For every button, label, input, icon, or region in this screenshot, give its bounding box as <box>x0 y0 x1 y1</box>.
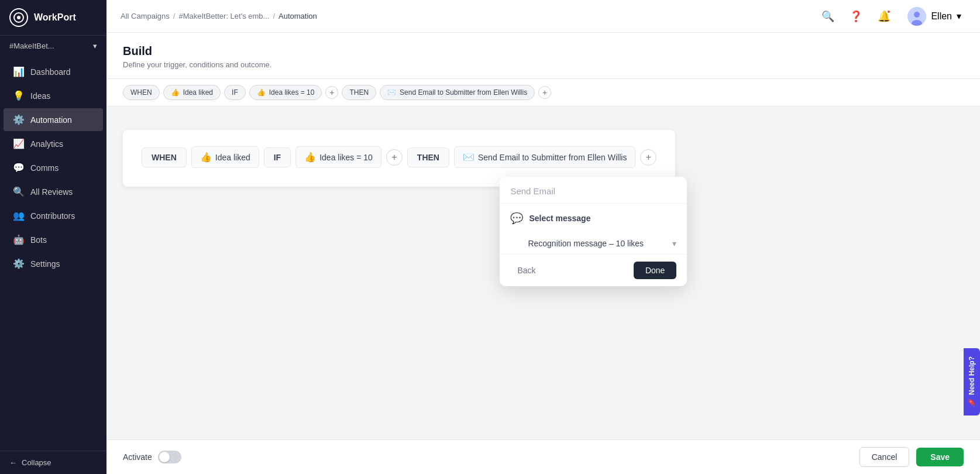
step-if-action[interactable]: 👍 Idea likes = 10 <box>249 85 322 100</box>
sidebar: WorkPort #MakeItBet... ▾ 📊 Dashboard 💡 I… <box>0 0 106 474</box>
step-when-action[interactable]: 👍 Idea liked <box>163 85 221 100</box>
collapse-label: Collapse <box>22 458 51 467</box>
email-icon-flow: ✉️ <box>463 152 474 163</box>
step-when-action-label: Idea liked <box>183 88 213 97</box>
svg-point-1 <box>17 16 20 19</box>
flow-when-badge: WHEN <box>142 147 187 167</box>
cancel-button[interactable]: Cancel <box>859 447 910 467</box>
avatar <box>907 7 926 26</box>
need-help-label: Need Help? <box>968 356 976 395</box>
sidebar-item-label: Ideas <box>30 91 50 101</box>
message-icon: 💬 <box>510 212 523 225</box>
comms-icon: 💬 <box>13 162 25 173</box>
logo-text: WorkPort <box>34 12 76 23</box>
activate-label: Activate <box>123 452 152 462</box>
page-title: Build <box>123 44 964 58</box>
logo-icon <box>9 8 28 27</box>
step-then-action-label: Send Email to Submitter from Ellen Willi… <box>400 88 527 97</box>
step-if-label: IF <box>232 88 238 97</box>
message-option-chevron-icon: ▾ <box>672 239 676 248</box>
thumb-icon: 👍 <box>171 88 180 97</box>
dropdown-header: Send Email <box>500 177 687 204</box>
user-chevron-icon: ▾ <box>957 11 961 22</box>
activate-row: Activate <box>123 451 181 463</box>
user-menu[interactable]: Ellen ▾ <box>903 5 966 28</box>
email-icon: ✉️ <box>387 88 396 97</box>
ideas-icon: 💡 <box>13 90 25 101</box>
select-message-label: Select message <box>529 214 590 223</box>
collapse-icon: ← <box>9 458 17 467</box>
dropdown-message-option[interactable]: Recognition message – 10 likes ▾ <box>500 233 687 254</box>
message-option-label: Recognition message – 10 likes <box>528 239 644 248</box>
sidebar-item-allreviews[interactable]: 🔍 All Reviews <box>4 180 103 203</box>
step-if-badge: IF <box>224 85 246 100</box>
main-area: All Campaigns / #MakeItBetter: Let's emb… <box>106 0 980 474</box>
dropdown-select-message-row: 💬 Select message <box>500 204 687 233</box>
message-option-row[interactable]: Recognition message – 10 likes ▾ <box>528 239 676 248</box>
chevron-down-icon: ▾ <box>93 42 97 50</box>
content-header: Build Define your trigger, conditions an… <box>106 33 980 79</box>
flow-send-email-label: Send Email to Submitter from Ellen Willi… <box>478 153 627 162</box>
add-condition-button[interactable]: + <box>325 86 338 99</box>
flow-then-label: THEN <box>417 153 439 162</box>
flow-idea-likes-label: Idea likes = 10 <box>319 153 373 162</box>
user-name: Ellen <box>931 11 952 22</box>
topbar: All Campaigns / #MakeItBetter: Let's emb… <box>106 0 980 33</box>
sidebar-item-analytics[interactable]: 📈 Analytics <box>4 132 103 155</box>
search-button[interactable]: 🔍 <box>819 7 837 26</box>
flow-if-item[interactable]: 👍 Idea likes = 10 <box>295 146 381 168</box>
activate-toggle[interactable] <box>158 451 181 463</box>
flow-when-label: WHEN <box>152 153 177 162</box>
sidebar-item-bots[interactable]: 🤖 Bots <box>4 228 103 251</box>
flow-row: WHEN 👍 Idea liked IF 👍 Idea likes = <box>142 146 656 168</box>
flow-then-item[interactable]: ✉️ Send Email to Submitter from Ellen Wi… <box>454 146 635 168</box>
breadcrumb-campaign[interactable]: #MakeItBetter: Let's emb... <box>178 12 269 20</box>
bots-icon: 🤖 <box>13 234 25 245</box>
sidebar-item-settings[interactable]: ⚙️ Settings <box>4 252 103 275</box>
collapse-button[interactable]: ← Collapse <box>9 458 97 467</box>
sidebar-item-dashboard[interactable]: 📊 Dashboard <box>4 60 103 83</box>
sidebar-item-ideas[interactable]: 💡 Ideas <box>4 84 103 107</box>
contributors-icon: 👥 <box>13 210 25 221</box>
sidebar-item-label: Settings <box>30 259 60 269</box>
sidebar-item-label: Bots <box>30 235 47 245</box>
thumb-icon-flow-2: 👍 <box>304 152 316 163</box>
flow-idea-liked-label: Idea liked <box>215 153 250 162</box>
dropdown-footer: Back Done <box>500 254 687 286</box>
sidebar-item-label: Analytics <box>30 139 63 149</box>
flow-when-item[interactable]: 👍 Idea liked <box>191 146 259 168</box>
svg-point-3 <box>914 12 920 18</box>
campaign-selector[interactable]: #MakeItBet... ▾ <box>0 36 106 56</box>
sidebar-item-label: Contributors <box>30 211 75 221</box>
sidebar-item-label: Dashboard <box>30 67 71 77</box>
add-action-button[interactable]: + <box>538 86 551 99</box>
breadcrumb-all-campaigns[interactable]: All Campaigns <box>121 12 170 20</box>
automation-icon: ⚙️ <box>13 114 25 125</box>
flow-if-label: IF <box>274 153 281 162</box>
bottom-bar: Activate Cancel Save <box>106 439 980 474</box>
help-icon: ❓ <box>850 10 862 23</box>
dashboard-icon: 📊 <box>13 66 25 77</box>
need-help-tab[interactable]: 🔖 Need Help? <box>964 348 980 415</box>
sidebar-item-contributors[interactable]: 👥 Contributors <box>4 204 103 227</box>
help-button[interactable]: ❓ <box>847 7 865 26</box>
add-if-condition-button[interactable]: + <box>386 149 403 166</box>
sidebar-item-label: Automation <box>30 115 72 125</box>
sidebar-item-label: All Reviews <box>30 187 73 197</box>
logo[interactable]: WorkPort <box>0 0 106 36</box>
add-then-action-button[interactable]: + <box>640 149 656 166</box>
sidebar-nav: 📊 Dashboard 💡 Ideas ⚙️ Automation 📈 Anal… <box>0 56 106 451</box>
sidebar-item-comms[interactable]: 💬 Comms <box>4 156 103 179</box>
step-then-action[interactable]: ✉️ Send Email to Submitter from Ellen Wi… <box>380 85 535 100</box>
back-button[interactable]: Back <box>510 262 542 279</box>
breadcrumb: All Campaigns / #MakeItBetter: Let's emb… <box>121 12 317 20</box>
sidebar-item-automation[interactable]: ⚙️ Automation <box>4 108 103 131</box>
done-button[interactable]: Done <box>634 262 676 279</box>
canvas-main: WHEN 👍 Idea liked IF 👍 Idea likes = <box>106 107 980 210</box>
thumb-icon-2: 👍 <box>257 88 266 97</box>
step-when-badge: WHEN <box>123 85 160 100</box>
save-button[interactable]: Save <box>916 448 964 466</box>
notification-button[interactable]: 🔔 <box>875 7 893 26</box>
step-if-action-label: Idea likes = 10 <box>269 88 315 97</box>
flow-if-badge: IF <box>264 147 291 167</box>
